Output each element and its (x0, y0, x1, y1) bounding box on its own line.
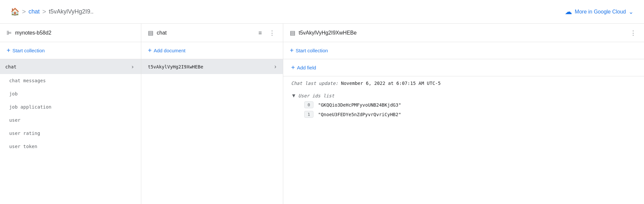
array-value-1: "QnoeU3FEDYe5nZdPyvrQvriCyHB2" (318, 112, 401, 117)
array-label: User ids list (298, 93, 334, 98)
more-icon[interactable]: ⋮ (629, 29, 637, 37)
document-icon: ▤ (290, 29, 295, 37)
left-column: ⊫ mynotes-b58d2 + Start collection chat … (0, 24, 141, 204)
list-item-label: user token (9, 144, 37, 149)
list-item-job-application[interactable]: job application (0, 100, 141, 114)
array-value-0: "GKQQio3DeHcPMFyvoUNB24BKjdG3" (318, 102, 401, 108)
list-item-label: chat messages (9, 78, 46, 83)
mid-action-row: + Add document (141, 42, 283, 59)
mid-col-title: chat (157, 30, 254, 36)
plus-icon: + (148, 47, 152, 54)
left-col-title: mynotes-b58d2 (15, 30, 134, 36)
field-chat-last-update: Chat last update: November 6, 2022 at 6:… (283, 76, 644, 90)
mid-column: ▤ chat ≡ ⋮ + Add document t5vAkylVyHg2I9… (141, 24, 283, 204)
array-index-0: 0 (304, 101, 313, 108)
add-field-label: Add field (297, 65, 316, 70)
cloud-icon: ☁ (565, 8, 572, 16)
chevron-right-icon: › (131, 63, 134, 70)
list-item-label: job application (9, 104, 52, 110)
collection-icon: ▤ (148, 29, 153, 37)
mid-col-header: ▤ chat ≡ ⋮ (141, 24, 283, 42)
list-item-label: user (9, 117, 20, 123)
right-col-icons: ⋮ (629, 29, 637, 37)
add-document-label: Add document (154, 48, 186, 53)
more-cloud-label: More in Google Cloud (575, 9, 626, 15)
list-item-job[interactable]: job (0, 87, 141, 100)
more-in-cloud-button[interactable]: ☁ More in Google Cloud ⌄ (565, 8, 633, 16)
list-item-user[interactable]: user (0, 114, 141, 127)
left-action-row: + Start collection (0, 42, 141, 59)
plus-icon: + (7, 47, 11, 54)
filter-icon[interactable]: ≡ (257, 29, 263, 37)
array-header: ▼ User ids list (291, 93, 636, 99)
chevron-down-icon: ⌄ (629, 8, 633, 15)
array-collapse-icon[interactable]: ▼ (291, 93, 296, 99)
start-collection-label: Start collection (12, 48, 45, 53)
add-document-button[interactable]: + Add document (148, 47, 185, 54)
columns-container: ⊫ mynotes-b58d2 + Start collection chat … (0, 24, 644, 204)
left-col-header: ⊫ mynotes-b58d2 (0, 24, 141, 42)
chevron-right-icon: › (274, 63, 276, 70)
document-label: t5vAkylVyHg2I9XwHEBe (148, 64, 274, 69)
right-col-header: ▤ t5vAkylVyHg2I9XwHEBe ⋮ (283, 24, 644, 42)
list-item-label: chat (5, 64, 16, 69)
home-icon[interactable]: 🏠 (11, 8, 19, 16)
array-item-0: 0 "GKQQio3DeHcPMFyvoUNB24BKjdG3" (304, 101, 636, 108)
array-index-1: 1 (304, 111, 313, 118)
breadcrumb-chat-link[interactable]: chat (29, 8, 40, 15)
list-item-label: user rating (9, 131, 40, 136)
field-key: Chat last update: (291, 81, 338, 86)
database-icon: ⊫ (7, 29, 12, 37)
list-item-user-rating[interactable]: user rating (0, 127, 141, 140)
breadcrumb-current: t5vAkylVyHg2I9.. (49, 8, 93, 15)
array-item-1: 1 "QnoeU3FEDYe5nZdPyvrQvriCyHB2" (304, 111, 636, 118)
list-item-user-token[interactable]: user token (0, 140, 141, 153)
breadcrumb-sep-2: > (42, 8, 46, 15)
right-column: ▤ t5vAkylVyHg2I9XwHEBe ⋮ + Start collect… (283, 24, 644, 204)
list-item-chat[interactable]: chat › (0, 59, 141, 74)
mid-col-icons: ≡ ⋮ (257, 29, 276, 37)
add-field-row: + Add field (283, 59, 644, 76)
plus-icon: + (291, 64, 295, 71)
document-item[interactable]: t5vAkylVyHg2I9XwHEBe › (141, 59, 283, 74)
field-value: November 6, 2022 at 6:07:15 AM UTC-5 (341, 81, 441, 86)
breadcrumb-left: 🏠 > chat > t5vAkylVyHg2I9.. (11, 8, 94, 16)
array-items: 0 "GKQQio3DeHcPMFyvoUNB24BKjdG3" 1 "Qnoe… (291, 101, 636, 118)
list-item-chat-messages[interactable]: chat messages (0, 74, 141, 87)
right-start-collection-row: + Start collection (283, 42, 644, 59)
right-start-collection-button[interactable]: + Start collection (290, 47, 328, 54)
right-col-title: t5vAkylVyHg2I9XwHEBe (299, 30, 626, 36)
plus-icon: + (290, 47, 294, 54)
list-item-label: job (9, 91, 18, 96)
breadcrumb-sep-1: > (22, 8, 26, 15)
array-section: ▼ User ids list 0 "GKQQio3DeHcPMFyvoUNB2… (283, 90, 644, 123)
start-collection-button[interactable]: + Start collection (7, 47, 45, 54)
breadcrumb-bar: 🏠 > chat > t5vAkylVyHg2I9.. ☁ More in Go… (0, 0, 644, 24)
left-list: chat › chat messages job job application… (0, 59, 141, 204)
right-start-collection-label: Start collection (296, 48, 328, 53)
more-icon[interactable]: ⋮ (268, 29, 276, 37)
add-field-button[interactable]: + Add field (291, 64, 316, 71)
